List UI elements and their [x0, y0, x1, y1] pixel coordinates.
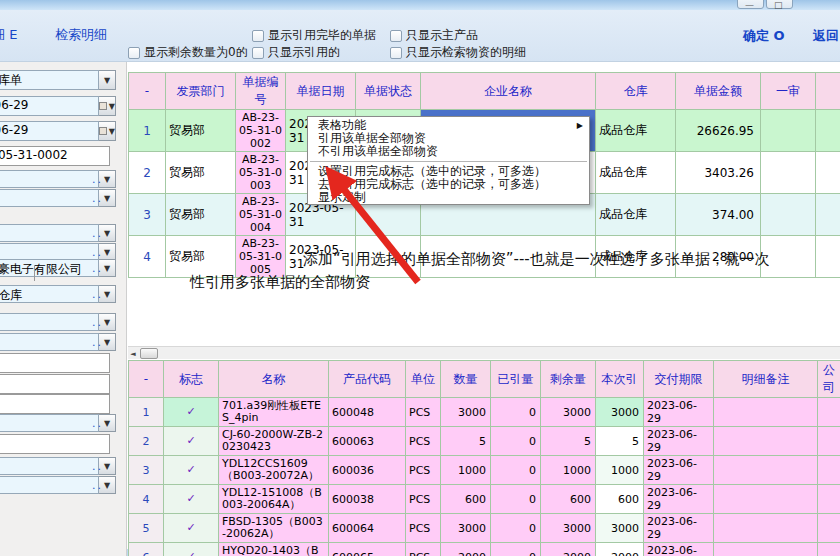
text-input[interactable] [0, 394, 110, 414]
detail-cell-name[interactable]: FBSD-1305（B003-20062A） [219, 514, 329, 543]
doc-cell-num[interactable]: 4 [129, 236, 166, 278]
lookup-dots-link[interactable]: .. [92, 316, 103, 329]
detail-cell-unit[interactable]: PCS [406, 514, 441, 543]
doc-column-header[interactable]: 仓库 [596, 73, 676, 110]
check-mark-icon[interactable]: ✓ [164, 514, 219, 543]
detail-row[interactable]: 6✓HYQD20-1403（B003-20078A）600065PCS20000… [129, 543, 840, 556]
detail-column-header[interactable]: 明细备注 [714, 361, 818, 398]
detail-column-header[interactable]: 名称 [219, 361, 329, 398]
menu-item[interactable]: 去掉引用完成标志（选中的记录，可多选） [308, 178, 589, 191]
detail-cell-remain[interactable]: 3000 [541, 398, 596, 427]
doc-cell-amount[interactable]: 26626.95 [676, 110, 761, 152]
detail-cell-company[interactable] [818, 543, 840, 556]
detail-column-header[interactable]: 产品代码 [329, 361, 406, 398]
checkbox-show-zero-remaining[interactable]: 显示剩余数量为0的 [128, 44, 248, 61]
detail-cell-unit[interactable]: PCS [406, 398, 441, 427]
partial-link[interactable]: 细 E [0, 26, 17, 44]
scrollbar-thumb[interactable] [140, 348, 158, 359]
combo-input[interactable]: 成品仓库 [0, 285, 99, 303]
doc-cell-num[interactable]: 3 [129, 194, 166, 236]
detail-cell-code[interactable]: 600063 [329, 427, 406, 456]
lookup-dots-link[interactable]: .. [92, 192, 103, 205]
lookup-dots-link[interactable]: .. [92, 246, 103, 259]
doc-cell-doc_no[interactable]: AB-23-05-31-0003 [236, 152, 286, 194]
detail-cell-num[interactable]: 6 [129, 543, 164, 556]
menu-item[interactable]: 设置引用完成标志（选中的记录，可多选） [308, 165, 589, 178]
detail-cell-code[interactable]: 600038 [329, 485, 406, 514]
lookup-dots-link[interactable]: .. [92, 479, 103, 492]
detail-cell-qty[interactable]: 1000 [441, 456, 491, 485]
detail-column-header[interactable]: 剩余量 [541, 361, 596, 398]
detail-cell-cited[interactable]: 0 [491, 485, 541, 514]
doc-cell-doc_no[interactable]: AB-23-05-31-0004 [236, 194, 286, 236]
filter-field[interactable]: ▼.. [0, 457, 116, 475]
detail-cell-cited[interactable]: 0 [491, 543, 541, 556]
detail-cell-this_cite[interactable]: 1000 [596, 456, 644, 485]
doc-cell-warehouse[interactable]: 成品仓库 [596, 110, 676, 152]
scroll-left-icon[interactable]: ◄ [128, 348, 138, 359]
calendar-dropdown-icon[interactable]: ▼ [99, 121, 116, 141]
doc-cell-extra[interactable] [816, 152, 840, 194]
detail-cell-remain[interactable]: 5 [541, 427, 596, 456]
detail-cell-name[interactable]: YDL12-151008（B003-20064A） [219, 485, 329, 514]
menu-item[interactable]: 显示定制 [308, 191, 589, 204]
combo-input[interactable]: 23-06-29 [0, 121, 99, 141]
detail-cell-num[interactable]: 2 [129, 427, 164, 456]
combo-input[interactable] [0, 457, 99, 475]
check-mark-icon[interactable]: ✓ [164, 543, 219, 556]
menu-item[interactable]: 不引用该单据全部物资 [308, 145, 589, 158]
checkbox-show-fully-cited[interactable]: 显示引用完毕的单据 [252, 27, 376, 44]
filter-field[interactable] [0, 434, 110, 454]
lookup-dots-link[interactable]: .. [92, 288, 103, 301]
detail-cell-remain[interactable]: 600 [541, 485, 596, 514]
detail-cell-deadline[interactable]: 2023-06-29 [644, 398, 714, 427]
doc-column-header[interactable]: 单据金额 [676, 73, 761, 110]
detail-cell-deadline[interactable]: 2023-06-29 [644, 485, 714, 514]
detail-cell-remark[interactable] [714, 427, 818, 456]
dropdown-arrow-icon[interactable]: ▼ [99, 70, 116, 90]
detail-cell-company[interactable] [818, 485, 840, 514]
doc-cell-warehouse[interactable]: 成品仓库 [596, 152, 676, 194]
detail-cell-remark[interactable] [714, 514, 818, 543]
check-mark-icon[interactable]: ✓ [164, 485, 219, 514]
doc-cell-warehouse[interactable]: 成品仓库 [596, 194, 676, 236]
detail-cell-remark[interactable] [714, 456, 818, 485]
doc-column-header[interactable]: 单据状态 [356, 73, 421, 110]
combo-input[interactable] [0, 224, 99, 242]
detail-cell-company[interactable] [818, 514, 840, 543]
doc-column-header[interactable] [816, 73, 840, 110]
detail-cell-company[interactable] [818, 398, 840, 427]
detail-column-header[interactable]: 标志 [164, 361, 219, 398]
check-mark-icon[interactable]: ✓ [164, 398, 219, 427]
detail-cell-unit[interactable]: PCS [406, 427, 441, 456]
doc-cell-amount[interactable]: 374.00 [676, 194, 761, 236]
doc-cell-review[interactable] [761, 152, 816, 194]
filter-field[interactable] [0, 394, 110, 414]
detail-cell-deadline[interactable]: 2023-06-29 [644, 543, 714, 556]
detail-cell-remark[interactable] [714, 398, 818, 427]
doc-cell-doc_no[interactable]: AB-23-05-31-0005 [236, 236, 286, 278]
detail-cell-unit[interactable]: PCS [406, 543, 441, 556]
doc-column-header[interactable]: - [129, 73, 166, 110]
detail-cell-remain[interactable]: 2000 [541, 543, 596, 556]
detail-column-header[interactable]: 交付期限 [644, 361, 714, 398]
detail-cell-qty[interactable]: 5 [441, 427, 491, 456]
detail-cell-unit[interactable]: PCS [406, 456, 441, 485]
doc-cell-dept[interactable]: 贸易部 [166, 110, 236, 152]
filter-field[interactable]: ▼.. [0, 333, 116, 351]
detail-cell-num[interactable]: 3 [129, 456, 164, 485]
doc-cell-dept[interactable]: 贸易部 [166, 194, 236, 236]
doc-column-header[interactable]: 一审 [761, 73, 816, 110]
combo-input[interactable]: 州瑞豪电子有限公司 [0, 259, 99, 277]
combo-input[interactable] [0, 333, 99, 351]
doc-column-header[interactable]: 发票部门 [166, 73, 236, 110]
checkbox-only-cited[interactable]: 只显示引用的 [252, 44, 340, 61]
text-input[interactable] [0, 374, 110, 394]
detail-cell-this_cite[interactable]: 600 [596, 485, 644, 514]
detail-column-header[interactable]: 数量 [441, 361, 491, 398]
lookup-dots-link[interactable]: .. [92, 417, 103, 430]
menu-item[interactable]: 表格功能▶ [308, 119, 589, 132]
combo-input[interactable]: 购入库单 [0, 70, 99, 90]
detail-cell-name[interactable]: HYQD20-1403（B003-20078A） [219, 543, 329, 556]
detail-cell-this_cite[interactable]: 3000 [596, 398, 644, 427]
